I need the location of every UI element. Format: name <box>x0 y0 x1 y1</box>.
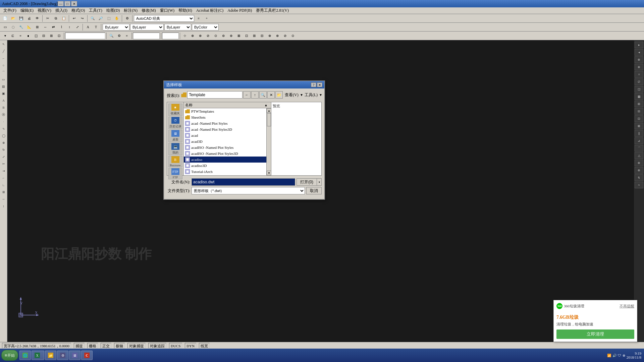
file-tutorial-iarch-label: Tutorial-iArch <box>191 170 213 174</box>
file-item-acadiso-named-ps[interactable]: acadISO -Named Plot Styles <box>184 144 271 150</box>
nav-desktop[interactable]: 🖥 桌面 <box>168 130 182 142</box>
search-label: 搜索(I): <box>167 93 180 99</box>
nav-history[interactable]: ⏱ 历史记录 <box>168 117 182 129</box>
preview-content <box>273 109 320 174</box>
folder-sheetsets-icon <box>185 115 190 119</box>
nav-recent[interactable]: ★ 收藏夹 <box>168 104 182 116</box>
nav-my[interactable]: 💻 我的 <box>168 143 182 155</box>
file-item-acadiso-named-ps3d[interactable]: acadISO -Named Plot Styles3D <box>184 150 271 157</box>
file-item-acad-named-ps[interactable]: acad -Named Plot Styles <box>184 120 271 126</box>
taskbar-settings-icon: ⚙ <box>60 353 65 358</box>
file-acadiso-named-ps3d-icon <box>185 151 190 156</box>
filename-row: 文件名(N): 打开(0) ▾ <box>167 178 322 186</box>
file-acad3d-icon <box>185 139 190 144</box>
filetype-label: 文件类型(T): <box>167 188 190 194</box>
path-newfolder-button[interactable]: 📁 <box>275 91 283 99</box>
path-input[interactable] <box>187 91 243 99</box>
left-nav: ★ 收藏夹 ⏱ 历史记录 🖥 桌面 💻 我的 <box>167 102 184 175</box>
dialog-content: 搜索(I): ← ↑ 🔍 ✕ 📁 查看(V) ▾ 工具(L) ▾ <box>164 88 324 199</box>
nav-ftp-label: FTP <box>173 176 178 179</box>
file-acadiso-named-ps-label: acadISO -Named Plot Styles <box>191 145 233 149</box>
path-search-button[interactable]: 🔍 <box>259 91 267 99</box>
file-item-tutorial-iarch[interactable]: Tutorial-iArch <box>184 169 271 175</box>
file-acad-named-ps3d-icon <box>185 127 190 132</box>
open-button[interactable]: 打开(0) <box>297 178 317 186</box>
file-item-acadiso3d[interactable]: acadiso3D <box>184 163 271 169</box>
filetype-dropdown[interactable]: 图形样板（*.dwt） <box>192 187 305 194</box>
filename-input[interactable] <box>192 178 295 186</box>
file-item-acadiso[interactable]: acadiso <box>184 157 271 163</box>
tools-label[interactable]: 工具(L) <box>303 92 319 98</box>
start-label: 开始 <box>7 353 15 358</box>
nav-history-icon: ⏱ <box>171 117 179 124</box>
notification-dismiss[interactable]: 不再提醒 <box>620 304 634 309</box>
nav-desktop-label: 桌面 <box>172 137 178 142</box>
notification-title-area: 360 360垃圾清理 <box>556 303 584 309</box>
file-tutorial-iarch-icon <box>185 169 190 174</box>
taskbar-item-excel[interactable]: X <box>32 351 44 360</box>
file-acadiso-icon <box>185 157 190 162</box>
file-item-sheetsets[interactable]: SheetSets <box>184 114 271 120</box>
tray-icon1: 📶 <box>607 354 611 357</box>
taskbar-clock: 9:19 2018/11/8 <box>625 351 643 359</box>
file-acad3d-label: acad3D <box>191 139 203 143</box>
notification-clean-button[interactable]: 立即清理 <box>556 329 634 339</box>
folder-ptwtemplates-icon <box>185 109 190 113</box>
taskbar-explorer-icon: 🌐 <box>22 353 28 358</box>
file-acadiso3d-label: acadiso3D <box>191 164 207 168</box>
file-item-acad3d[interactable]: acad3D <box>184 138 271 144</box>
taskbar-item-settings[interactable]: ⚙ <box>57 351 68 360</box>
file-list[interactable]: PTWTemplates SheetSets acad -Named Plot … <box>184 108 271 175</box>
file-item-acad[interactable]: acad <box>184 132 271 138</box>
tray-icon3: 🛡 <box>618 354 621 357</box>
file-acad-named-ps-icon <box>185 121 190 126</box>
view-label[interactable]: 查看(V) <box>283 92 300 98</box>
file-list-scrollbar: ▲ ▼ <box>266 108 271 175</box>
notification-title: 360垃圾清理 <box>564 304 584 309</box>
dialog-overlay: 选择样板 ? ✕ 搜索(I): ← ↑ 🔍 ✕ 📁 查看 <box>0 0 644 362</box>
file-select-dialog: 选择样板 ? ✕ 搜索(I): ← ↑ 🔍 ✕ 📁 查看 <box>163 80 325 200</box>
taskbar-item-cad2[interactable]: C <box>81 351 93 360</box>
file-acad-icon <box>185 133 190 138</box>
path-up-button[interactable]: ↑ <box>251 91 259 99</box>
path-back-button[interactable]: ← <box>243 91 251 99</box>
filetype-row: 文件类型(T): 图形样板（*.dwt） 取消 <box>167 187 322 194</box>
notification-header: 360 360垃圾清理 不再提醒 <box>556 303 634 309</box>
file-acad-named-ps3d-label: acad -Named Plot Styles3D <box>191 127 232 131</box>
file-acadiso3d-icon <box>185 163 190 168</box>
notification-desc: 清理垃圾，给电脑加速 <box>556 322 634 327</box>
file-list-header: 名称 ▲ <box>184 102 271 108</box>
view-arrow-icon: ▾ <box>301 93 303 98</box>
dialog-help-button[interactable]: ? <box>311 82 316 87</box>
filename-label: 文件名(N): <box>167 179 190 185</box>
taskbar-item-explorer[interactable]: 🌐 <box>19 351 31 360</box>
nav-my-label: 我的 <box>172 150 178 155</box>
dialog-titlebar: 选择样板 ? ✕ <box>164 81 324 88</box>
file-item-acad-named-ps3d[interactable]: acad -Named Plot Styles3D <box>184 126 271 132</box>
dialog-close-button[interactable]: ✕ <box>317 82 322 87</box>
nav-buzz[interactable]: B Buzzsaw <box>168 156 182 167</box>
file-list-area: 名称 ▲ PTWTemplates SheetSets <box>184 102 271 175</box>
nav-ftp[interactable]: FTP FTP <box>168 168 182 179</box>
dialog-path-row: ← ↑ 🔍 ✕ 📁 查看(V) ▾ 工具(L) ▾ <box>181 91 322 99</box>
start-button[interactable]: ⊞ 开始 <box>1 350 18 361</box>
nav-buzz-label: Buzzsaw <box>170 164 181 167</box>
clock-date: 2018/11/8 <box>627 355 641 359</box>
path-delete-button[interactable]: ✕ <box>267 91 275 99</box>
taskbar-excel-icon: X <box>35 353 40 358</box>
taskbar-item-folder[interactable]: 📁 <box>45 351 56 360</box>
nav-my-icon: 💻 <box>171 143 179 150</box>
file-item-ptwtemplates[interactable]: PTWTemplates <box>184 108 271 114</box>
tools-arrow-icon: ▾ <box>320 93 322 98</box>
scrollbar-thumb[interactable] <box>267 113 271 126</box>
taskbar-item-tool[interactable]: 🖥 <box>69 351 80 360</box>
scrollbar-down-button[interactable]: ▼ <box>267 171 271 175</box>
taskbar-tray: 📶 🔊 🛡 ⊕ <box>607 354 625 357</box>
open-dropdown-arrow[interactable]: ▾ <box>317 178 322 186</box>
scrollbar-track <box>267 113 271 126</box>
file-acad-named-ps-label: acad -Named Plot Styles <box>191 121 227 125</box>
cancel-button[interactable]: 取消 <box>306 187 322 194</box>
scrollbar-up-button[interactable]: ▲ <box>267 108 271 113</box>
notification-size-row: 7.6GB垃圾 <box>556 311 634 320</box>
taskbar: ⊞ 开始 🌐 X 📁 ⚙ 🖥 C 📶 🔊 🛡 ⊕ 9:19 2018/11/8 <box>0 349 644 362</box>
